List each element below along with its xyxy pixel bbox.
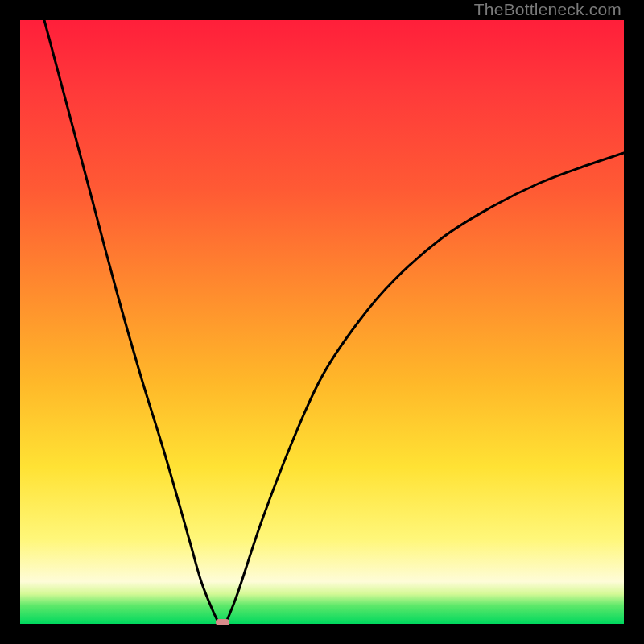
watermark-text: TheBottleneck.com xyxy=(474,0,621,19)
plot-area xyxy=(20,20,624,624)
chart-container: TheBottleneck.com xyxy=(0,0,644,644)
bottleneck-curve xyxy=(20,20,624,624)
minimum-marker xyxy=(216,619,229,625)
